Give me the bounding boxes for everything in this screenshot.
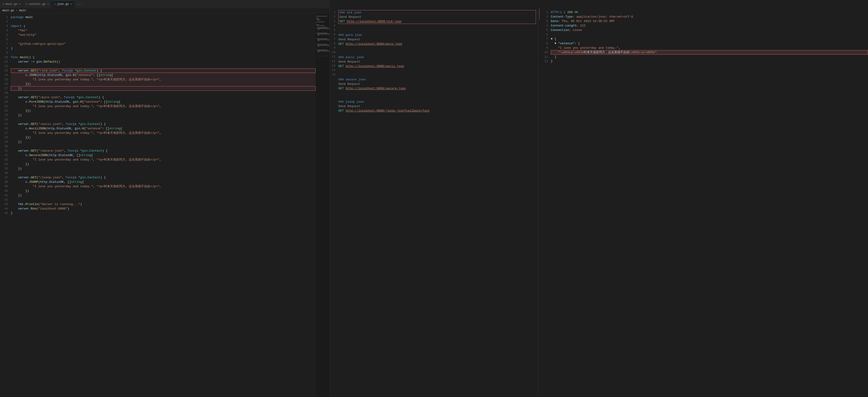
code-line-18 <box>11 91 316 95</box>
editor-tab-bar: ⬡ main.go × ⬡ context.go × ⬡ json.go × ·… <box>0 0 330 8</box>
code-line-22: }}) <box>11 109 316 113</box>
rest-url-secure: GET http://localhost:8080/secure-json <box>338 86 538 91</box>
code-line-43: fmt.Println("Server is running...") <box>11 202 316 206</box>
close-icon[interactable]: × <box>47 3 49 6</box>
code-line-23: }) <box>11 113 316 117</box>
resp-line-2: Content-Type: application/json; charset=… <box>551 15 868 19</box>
rest-send-ascii[interactable]: Send Request <box>338 59 538 64</box>
code-line-39: "I love you yesterday and today.", "<p>时… <box>11 184 316 189</box>
rest-send-std[interactable]: Send Request <box>340 15 535 19</box>
rest-url-std: GET http://localhost:8080/std-json <box>340 19 535 24</box>
editor-body: 1234567891011121314151617181920212223242… <box>0 13 330 397</box>
tab-context-go[interactable]: ⬡ context.go × <box>23 0 52 8</box>
resp-line-5: Connection: close <box>551 28 868 32</box>
code-line-25: server.GET("/ascii-json", func(c *gin.Co… <box>11 122 316 126</box>
rest-section-std: ### std json Send Request GET http://loc… <box>338 10 536 24</box>
breadcrumb-scope: main <box>19 9 26 12</box>
tab-main-go[interactable]: ⬡ main.go × <box>0 0 23 8</box>
line-numbers: 1234567891011121314151617181920212223242… <box>0 13 10 397</box>
editor-minimap: ████████████████████████████████ ████ ██… <box>316 13 330 397</box>
rest-blank-4 <box>338 51 538 55</box>
rest-send-jsonp[interactable]: Send Request <box>338 104 538 109</box>
rest-send-pure[interactable]: Send Request <box>338 37 538 42</box>
resp-line-1: HTTP/1.1 200 OK <box>551 10 868 15</box>
code-line-13: server.GET("/std-json", func(c *gin.Cont… <box>11 68 316 73</box>
code-line-27: "I love you yesterday and today.", "<p>时… <box>11 131 316 135</box>
code-line-19: server.GET("/pure-json", func(c *gin.Con… <box>11 95 316 100</box>
main-layout: main.go › main 1234567891011121314151617… <box>0 8 868 397</box>
resp-line-12: } <box>551 59 868 63</box>
rest-url-jsonp: GET http://localhost:8080/jsonp-json?cal… <box>338 109 538 113</box>
tab-label: context.go <box>29 3 46 6</box>
tab-more-button[interactable]: ··· <box>75 0 84 8</box>
code-line-40: }) <box>11 189 316 193</box>
resp-line-3: Date: Thu, 05 Oct 2023 14:38:52 GMT <box>551 19 868 23</box>
resp-line-9: "I love you yesterday and today.", <box>551 46 868 50</box>
response-panel: ● Response(13ms) × ▶ ⊟ ↵ ⊙ ⧉ ⊞ <box>538 8 868 397</box>
rest-blank-3 <box>338 46 538 51</box>
close-icon[interactable]: × <box>70 3 72 6</box>
tab-json-go[interactable]: ⬡ json.go × <box>52 0 75 8</box>
minimap-content: ████████████████████████████████ ████ ██… <box>316 13 330 61</box>
resp-line-8: ▼ "setence": [ <box>551 41 868 46</box>
code-line-44: server.Run("localhost:8080") <box>11 206 316 211</box>
response-body: HTTP/1.1 200 OK Content-Type: applicatio… <box>550 8 868 397</box>
editor-panel: main.go › main 1234567891011121314151617… <box>0 8 330 397</box>
close-icon[interactable]: × <box>19 3 21 6</box>
rest-url-ascii: GET http://localhost:8080/ascii-json <box>338 64 538 68</box>
rest-heading-std: ### std json <box>340 10 535 15</box>
code-content: package main import ( "fmt" "net/http" "… <box>10 13 316 397</box>
rest-send-secure[interactable]: Send Request <box>338 82 538 86</box>
rest-panel: ◈ rest.http ⬡ context.go ··· 12345678910… <box>330 8 538 397</box>
code-line-33: "I love you yesterday and today.", "<p>时… <box>11 158 316 162</box>
rest-blank-5 <box>338 68 538 73</box>
response-scroll-indicator <box>538 8 540 397</box>
breadcrumb-sep: › <box>16 9 19 12</box>
code-line-9 <box>11 51 316 55</box>
rest-heading-jsonp: ### jsonp json <box>338 100 538 104</box>
resp-line-6 <box>551 32 868 37</box>
code-line-31: server.GET("/secure-json", func(c *gin.C… <box>11 149 316 153</box>
code-line-38: c.JSONP(http.StatusOK, []string{ <box>11 180 316 184</box>
code-line-2 <box>11 20 316 24</box>
app-container: ⬡ main.go × ⬡ context.go × ⬡ json.go × ·… <box>0 0 868 397</box>
code-line-21: "I love you yesterday and today.", "<p>时… <box>11 104 316 109</box>
go-icon-3: ⬡ <box>54 3 56 6</box>
rest-blank-8 <box>338 95 538 100</box>
response-content[interactable]: 123456789101112 HTTP/1.1 200 OK Content-… <box>538 8 868 397</box>
rest-line-numbers: 123456789101112131415 <box>330 8 337 397</box>
code-line-20: c.PureJSON(http.StatusOK, gin.H{"setence… <box>11 100 316 104</box>
code-line-1: package main <box>11 15 316 20</box>
code-area[interactable]: 1234567891011121314151617181920212223242… <box>0 13 316 397</box>
rest-blank-7 <box>338 91 538 95</box>
code-line-37: server.GET("/jsonp-json", func(c *gin.Co… <box>11 175 316 180</box>
code-line-14: c.JSON(http.StatusOK, gin.H{"setence": [… <box>11 73 316 77</box>
rest-blank-2 <box>338 28 538 33</box>
rest-content[interactable]: 123456789101112131415 ### std json Send … <box>330 8 538 397</box>
go-icon-2: ⬡ <box>26 3 28 6</box>
rest-body: ### std json Send Request GET http://loc… <box>337 8 538 397</box>
go-icon-1: ⬡ <box>2 3 5 6</box>
code-line-45: } <box>11 211 316 216</box>
resp-line-11: ] <box>551 55 868 59</box>
code-line-30 <box>11 144 316 149</box>
code-line-29: }) <box>11 140 316 144</box>
code-line-41: }) <box>11 193 316 198</box>
resp-line-4: Content-Length: 122 <box>551 23 868 28</box>
rest-heading-ascii: ### ascii json <box>338 55 538 59</box>
code-line-34: }) <box>11 162 316 166</box>
code-line-35: }) <box>11 166 316 171</box>
rest-url-pure: GET http://localhost:8080/pure-json <box>338 42 538 46</box>
code-line-12 <box>11 64 316 68</box>
code-line-16: }}) <box>11 82 316 86</box>
code-line-4: "fmt" <box>11 28 316 33</box>
code-line-42 <box>11 198 316 202</box>
code-line-32: c.SecureJSON(http.StatusOK, []string{ <box>11 153 316 158</box>
code-line-36 <box>11 171 316 175</box>
code-line-7: "github.com/gin-gonic/gin" <box>11 42 316 46</box>
code-line-24 <box>11 117 316 122</box>
code-line-15: "I love you yesterday and today.", "<p>时… <box>11 77 316 82</box>
rest-heading-secure: ### secure json <box>338 77 538 82</box>
resp-line-10: "\u003cp\u003e时来天地皆同力，运去英雄不自由\u003c/p\u0… <box>551 50 868 55</box>
code-line-26: c.AsciiJSON(http.StatusOK, gin.H{"setenc… <box>11 126 316 131</box>
